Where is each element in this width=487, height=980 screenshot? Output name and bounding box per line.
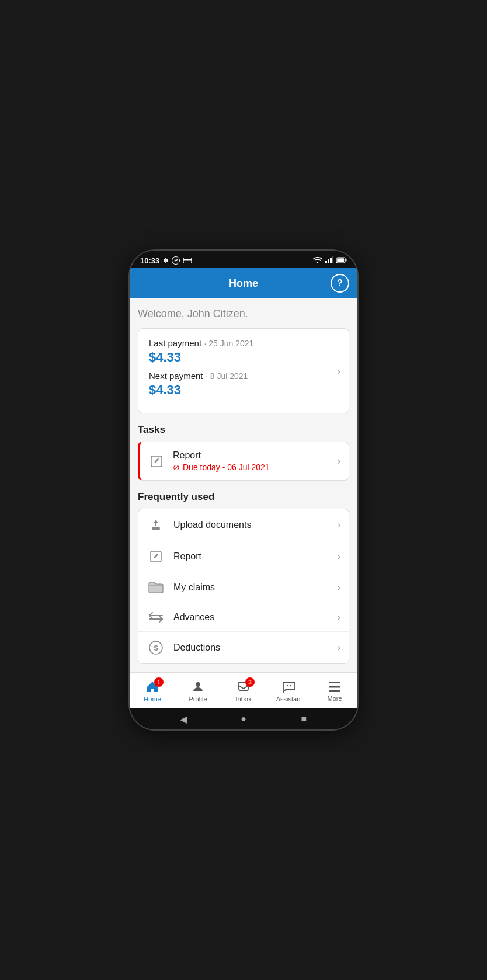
svg-rect-10 xyxy=(152,527,160,529)
last-payment-date: · 25 Jun 2021 xyxy=(204,339,254,348)
my-claims-label: My claims xyxy=(173,582,329,593)
status-bar-right xyxy=(313,256,347,265)
svg-rect-4 xyxy=(330,258,332,263)
task-due-text: Due today - 06 Jul 2021 xyxy=(183,463,270,472)
svg-rect-5 xyxy=(332,256,333,263)
report-chevron: › xyxy=(338,551,340,562)
top-bar: Home ? xyxy=(130,268,357,298)
upload-documents-label: Upload documents xyxy=(173,520,329,530)
nav-item-profile[interactable]: Profile xyxy=(175,673,221,708)
assistant-icon xyxy=(282,680,296,694)
freq-item-upload-documents[interactable]: Upload documents › xyxy=(138,509,349,541)
next-payment-label: Next payment xyxy=(149,371,203,381)
wifi-icon xyxy=(313,256,322,265)
inbox-badge: 3 xyxy=(245,677,255,687)
recent-button[interactable]: ■ xyxy=(295,711,312,727)
deductions-icon: $ xyxy=(147,640,165,655)
svg-point-16 xyxy=(287,685,288,686)
task-chevron: › xyxy=(337,455,340,467)
nav-item-inbox[interactable]: 3 Inbox xyxy=(221,673,266,708)
report-label: Report xyxy=(173,551,329,562)
nav-item-home[interactable]: 1 Home xyxy=(130,673,175,708)
svg-rect-2 xyxy=(325,261,327,263)
claims-chevron: › xyxy=(338,582,340,593)
more-nav-label: More xyxy=(327,695,342,702)
upload-icon xyxy=(147,517,165,533)
svg-point-17 xyxy=(290,685,291,686)
inbox-nav-label: Inbox xyxy=(236,696,252,703)
svg-text:$: $ xyxy=(154,644,158,652)
profile-nav-label: Profile xyxy=(189,696,207,703)
freq-item-deductions[interactable]: $ Deductions › xyxy=(138,632,349,663)
next-payment-row: Next payment · 8 Jul 2021 $4.33 xyxy=(149,371,338,398)
freq-item-my-claims[interactable]: My claims › xyxy=(138,572,349,603)
status-bar-left: 10:33 ❄ P xyxy=(140,256,192,265)
task-title: Report xyxy=(173,450,329,461)
svg-rect-18 xyxy=(329,682,340,683)
report-edit-icon xyxy=(148,454,165,468)
task-item-report[interactable]: Report ⊘ Due today - 06 Jul 2021 › xyxy=(138,442,349,481)
svg-rect-7 xyxy=(346,259,347,261)
more-icon-wrap xyxy=(328,680,342,693)
card-icon xyxy=(183,256,192,265)
freq-item-report[interactable]: Report › xyxy=(138,541,349,572)
payment-card-chevron: › xyxy=(337,365,340,377)
next-payment-amount: $4.33 xyxy=(149,383,338,398)
back-button[interactable]: ◀ xyxy=(175,711,192,727)
time-display: 10:33 xyxy=(140,256,159,265)
svg-rect-8 xyxy=(337,258,344,262)
nav-item-assistant[interactable]: Assistant xyxy=(266,673,312,708)
home-icon-wrap: 1 xyxy=(145,680,159,694)
svg-rect-20 xyxy=(329,690,340,692)
svg-rect-1 xyxy=(183,259,192,261)
battery-icon xyxy=(336,256,347,265)
upload-chevron: › xyxy=(338,520,340,530)
home-button[interactable]: ● xyxy=(235,711,252,727)
help-button[interactable]: ? xyxy=(331,274,349,293)
welcome-message: Welcome, John Citizen. xyxy=(138,308,349,320)
frequently-used-list: Upload documents › Report › xyxy=(138,509,349,664)
app-screen: Home ? Welcome, John Citizen. Last payme… xyxy=(130,268,357,708)
profile-icon xyxy=(191,680,205,694)
assistant-icon-wrap xyxy=(282,680,296,694)
home-badge: 1 xyxy=(154,677,164,687)
phone-frame: 10:33 ❄ P Home ? xyxy=(130,251,357,729)
main-content: Welcome, John Citizen. Last payment · 25… xyxy=(130,298,357,672)
svg-point-15 xyxy=(196,682,200,687)
last-payment-row: Last payment · 25 Jun 2021 $4.33 xyxy=(149,338,338,365)
last-payment-label: Last payment xyxy=(149,338,201,348)
deductions-chevron: › xyxy=(338,642,340,653)
profile-icon-wrap xyxy=(191,680,205,694)
task-due: ⊘ Due today - 06 Jul 2021 xyxy=(173,463,329,472)
freq-item-advances[interactable]: Advances › xyxy=(138,603,349,632)
next-payment-date: · 8 Jul 2021 xyxy=(206,371,248,381)
svg-rect-19 xyxy=(329,686,340,688)
svg-rect-11 xyxy=(152,529,160,530)
lastpass-icon: P xyxy=(172,256,180,265)
frequently-used-title: Frequently used xyxy=(138,491,349,503)
signal-icon xyxy=(325,256,333,265)
svg-rect-3 xyxy=(328,259,329,263)
inbox-icon-wrap: 3 xyxy=(236,680,251,694)
status-bar: 10:33 ❄ P xyxy=(130,251,357,268)
advances-icon xyxy=(147,611,165,623)
notch xyxy=(208,251,279,267)
tasks-section-title: Tasks xyxy=(138,424,349,436)
report-icon xyxy=(147,550,165,564)
folder-icon xyxy=(147,581,165,595)
advances-label: Advances xyxy=(173,612,329,623)
android-nav-bar: ◀ ● ■ xyxy=(130,708,357,729)
deductions-label: Deductions xyxy=(173,642,329,653)
payment-card[interactable]: Last payment · 25 Jun 2021 $4.33 Next pa… xyxy=(138,328,349,413)
assistant-nav-label: Assistant xyxy=(276,696,302,703)
page-title: Home xyxy=(229,277,258,290)
home-nav-label: Home xyxy=(144,696,161,703)
more-icon xyxy=(328,680,342,693)
snowflake-icon: ❄ xyxy=(163,257,168,265)
advances-chevron: › xyxy=(338,612,340,623)
bottom-nav: 1 Home Profile xyxy=(130,672,357,708)
last-payment-amount: $4.33 xyxy=(149,350,338,365)
due-alert-icon: ⊘ xyxy=(173,463,180,472)
nav-item-more[interactable]: More xyxy=(312,673,357,708)
task-content: Report ⊘ Due today - 06 Jul 2021 xyxy=(173,450,329,472)
